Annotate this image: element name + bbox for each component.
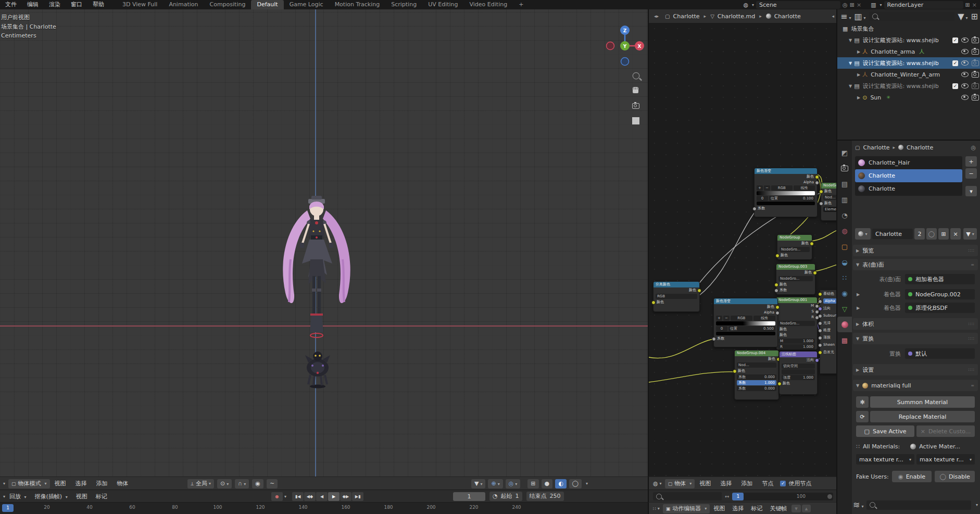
falloff-curve-icon[interactable]: ~ — [267, 479, 278, 488]
disclosure-icon[interactable]: ▼ — [849, 38, 852, 43]
render-layer-selector[interactable]: RenderLayer — [884, 1, 963, 9]
gradient-bar[interactable] — [757, 191, 815, 195]
collapse-up-button[interactable]: ▴ — [802, 505, 811, 512]
viewport-menu-select[interactable]: 选择 — [71, 480, 92, 487]
eye-icon[interactable] — [961, 37, 969, 43]
shader-1-field[interactable]: NodeGroup.002 — [905, 289, 975, 299]
node-normal-map[interactable]: 法线贴图 法向 切向空间 强度1.000 颜色 — [779, 351, 818, 395]
shading-material-button[interactable]: ◐ — [555, 479, 567, 488]
fac-field-active[interactable]: 系数1.000 — [737, 380, 776, 385]
workspace-tab-animation[interactable]: Animation — [163, 0, 204, 9]
add-stop-button[interactable]: + — [716, 316, 722, 321]
outliner-row-charlotte-arma[interactable]: ▶ 人 Charlotte_arma 人 — [837, 46, 980, 57]
unlink-material-icon[interactable]: × — [950, 228, 961, 240]
ds-menu-view[interactable]: 视图 — [710, 505, 728, 512]
enable-fake-users-button[interactable]: ◉Enable — [892, 471, 932, 482]
tab-physics-icon[interactable]: ◉ — [837, 285, 852, 301]
node-group[interactable]: NodeGroup 颜色 NodeGro... 颜色 — [777, 234, 812, 260]
stop-color-swatch[interactable] — [757, 202, 815, 205]
editor-type-chevron[interactable]: ▾ — [3, 481, 5, 486]
record-button[interactable]: ● — [271, 492, 283, 501]
node-group-cut[interactable]: NodeGro... 颜色 Nod... 颜色 Elemen... — [821, 182, 837, 221]
value-field-r[interactable]: R1.000 — [778, 344, 815, 349]
remove-slot-button[interactable]: − — [965, 168, 977, 179]
editor-mode-dropdown[interactable]: ▣动作编辑器▾ — [663, 504, 710, 513]
stop-index-field[interactable]: 0 — [716, 326, 727, 331]
properties-search-input[interactable] — [866, 500, 971, 510]
tab-render-icon[interactable] — [837, 160, 852, 176]
snap-magnet-icon[interactable]: ∩▾ — [235, 479, 249, 488]
eye-icon[interactable] — [961, 72, 969, 77]
surface-shader-field[interactable]: 相加着色器 — [905, 274, 975, 284]
save-active-button[interactable]: ▢Save Active — [856, 425, 914, 437]
tab-modifiers-icon[interactable]: ◒ — [837, 254, 852, 270]
shader-node-canvas[interactable]: 颜色渐变 颜色 Alpha + − RGB 线性 0 位置0.100 系数 No… — [648, 23, 837, 477]
stop-color-swatch[interactable] — [716, 332, 775, 335]
max-texture-dropdown-1[interactable]: max texture r...▾ — [856, 454, 914, 465]
toggle-ortho-icon[interactable] — [632, 117, 639, 127]
expand-icon[interactable]: ▶ — [853, 292, 863, 297]
tab-material-icon[interactable] — [837, 317, 852, 332]
group-selector[interactable]: NodeGro... — [778, 276, 813, 281]
panel-displacement[interactable]: ▼置换∷∷ — [853, 333, 978, 344]
node-group-003[interactable]: NodeGroup.003 颜色 NodeGro... 颜色 系数 — [776, 264, 815, 295]
pin-icon[interactable]: ◎ — [843, 2, 848, 8]
element-chip[interactable]: Elemen... — [823, 207, 837, 212]
tab-view-layer-icon[interactable]: ▥ — [837, 192, 852, 207]
current-frame-field[interactable]: 1 — [453, 492, 485, 501]
add-workspace-button[interactable]: + — [513, 0, 529, 9]
viewport-menu-view[interactable]: 视图 — [50, 480, 71, 487]
filter-funnel-icon[interactable]: ▼▾ — [963, 228, 977, 240]
stop-position-field[interactable]: 位置0.500 — [728, 326, 775, 331]
group-selector[interactable]: Nod... — [737, 362, 776, 368]
fake-user-shield-icon[interactable]: ◯ — [926, 228, 937, 240]
timeline-menu-playback[interactable]: 回放 ▾ — [5, 493, 31, 500]
timeline-menu-marker[interactable]: 标记 — [92, 493, 111, 500]
outliner-row-scene-collection[interactable]: ▦ 场景集合 — [837, 23, 980, 34]
value-field-m[interactable]: M1.000 — [778, 339, 815, 344]
strength-field[interactable]: 强度1.000 — [782, 375, 815, 380]
group-selector[interactable]: NodeGro... — [780, 247, 810, 252]
tab-particles-icon[interactable]: ∷ — [837, 270, 852, 285]
material-name-field[interactable]: Charlotte — [872, 229, 913, 239]
delete-layer-icon[interactable]: × — [972, 2, 977, 8]
workspace-tab-motion-tracking[interactable]: Motion Tracking — [329, 0, 386, 9]
add-stop-button[interactable]: + — [757, 185, 763, 191]
shading-chevron[interactable]: ▾ — [586, 481, 588, 486]
jump-to-start-button[interactable]: ▮◀ — [292, 492, 304, 501]
workspace-tab-default[interactable]: Default — [251, 0, 283, 9]
node-group-001[interactable]: NodeGroup.001 M S R NodeGro... 颜色 颜色 M1.… — [776, 297, 818, 350]
node-menu-node[interactable]: 节点 — [757, 480, 778, 487]
disclosure-icon[interactable]: ▶ — [857, 72, 860, 77]
viewport-menu-object[interactable]: 物体 — [112, 480, 133, 487]
shading-rendered-button[interactable]: ◯ — [569, 479, 582, 488]
color-mode-dropdown[interactable]: RGB — [771, 185, 793, 191]
tab-object-data-icon[interactable]: ▽ — [837, 301, 852, 317]
keyframe-icon[interactable]: ∷ — [653, 506, 656, 511]
collection-checkbox[interactable]: ✓ — [952, 60, 958, 66]
filter-type-icon[interactable]: ▥▾ — [854, 11, 865, 21]
zoom-icon[interactable] — [633, 71, 639, 81]
camera-icon[interactable] — [972, 95, 979, 101]
orientation-dropdown[interactable]: ⟂全局▾ — [187, 479, 214, 488]
displacement-field[interactable]: 默认 — [905, 348, 975, 359]
panel-surface[interactable]: ▼表(曲)面≡ — [853, 259, 978, 270]
space-dropdown[interactable]: 切向空间 — [782, 363, 815, 369]
collection-checkbox[interactable]: ✓ — [952, 37, 958, 43]
ds-menu-marker[interactable]: 标记 — [747, 505, 766, 512]
creature-model[interactable] — [301, 347, 334, 391]
eye-icon[interactable] — [961, 95, 969, 100]
interpolation-dropdown[interactable]: 线性 — [753, 316, 775, 321]
menu-render[interactable]: 渲染 — [44, 0, 66, 9]
shading-wireframe-button[interactable]: ⊞ — [527, 479, 538, 488]
outliner-row-collection-2-selected[interactable]: ▼ ▤ 设计宝藏资源站: www.shejib ✓ — [837, 57, 980, 69]
tab-texture-icon[interactable]: ▩ — [837, 332, 852, 348]
disable-fake-users-button[interactable]: ◯Disable — [935, 471, 975, 482]
copy-material-icon[interactable]: ⊞ — [938, 228, 949, 240]
delete-custom-button[interactable]: ×Delete Custo... — [916, 425, 975, 437]
panel-settings[interactable]: ▶设置∷∷ — [853, 364, 978, 375]
viewport-3d[interactable]: 用户前视图 场景集合 | Charlotte Centimeters — [0, 9, 648, 477]
magic-wand-icon[interactable]: ✻ — [856, 396, 869, 408]
camera-icon[interactable] — [972, 37, 979, 43]
collection-checkbox[interactable]: ✓ — [952, 83, 958, 89]
